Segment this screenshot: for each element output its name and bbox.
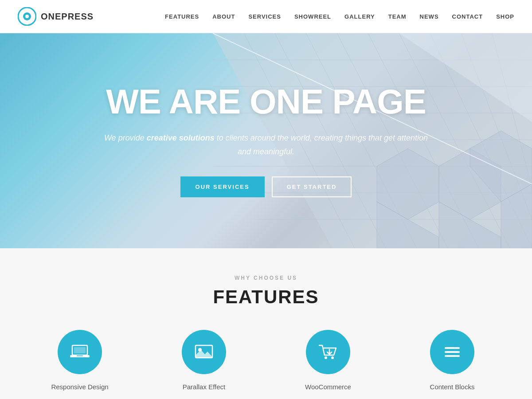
nav-link-features[interactable]: FEATURES bbox=[165, 13, 199, 20]
svg-point-35 bbox=[325, 356, 327, 359]
features-grid: Responsive Design Parallax Effect bbox=[18, 330, 514, 391]
get-started-button[interactable]: GET STARTED bbox=[272, 176, 352, 197]
features-title: FEATURES bbox=[18, 286, 514, 308]
svg-marker-34 bbox=[196, 350, 212, 358]
nav-link-shop[interactable]: SHOP bbox=[496, 13, 514, 20]
nav-link-about[interactable]: ABOUT bbox=[212, 13, 235, 20]
hero-title: WE ARE ONE PAGE bbox=[98, 84, 434, 119]
nav-item-gallery[interactable]: GALLERY bbox=[344, 12, 375, 20]
nav-item-team[interactable]: TEAM bbox=[388, 12, 407, 20]
cart-icon bbox=[317, 341, 339, 363]
nav-item-about[interactable]: ABOUT bbox=[212, 12, 235, 20]
image-icon bbox=[193, 341, 215, 363]
hero-subtitle: We provide creative solutions to clients… bbox=[98, 131, 434, 158]
feature-icon-parallax bbox=[182, 330, 226, 374]
hero-subtitle-end: to clients around the world, creating th… bbox=[215, 133, 428, 156]
nav-link-services[interactable]: SERVICES bbox=[248, 13, 281, 20]
feature-label-parallax: Parallax Effect bbox=[183, 383, 225, 391]
nav-item-shop[interactable]: SHOP bbox=[496, 12, 514, 20]
nav-link-contact[interactable]: CONTACT bbox=[452, 13, 483, 20]
nav-item-showreel[interactable]: SHOWREEL bbox=[294, 12, 331, 20]
logo-icon bbox=[18, 7, 36, 26]
hero-section: WE ARE ONE PAGE We provide creative solu… bbox=[0, 33, 532, 248]
nav-item-services[interactable]: SERVICES bbox=[248, 12, 281, 20]
feature-item-responsive: Responsive Design bbox=[18, 330, 142, 391]
hero-content: WE ARE ONE PAGE We provide creative solu… bbox=[89, 84, 443, 197]
feature-icon-woocommerce bbox=[306, 330, 350, 374]
nav-link-showreel[interactable]: SHOWREEL bbox=[294, 13, 331, 20]
menu-icon bbox=[441, 341, 463, 363]
nav-item-news[interactable]: NEWS bbox=[420, 12, 439, 20]
feature-icon-responsive bbox=[58, 330, 102, 374]
brand-name: ONEPRESS bbox=[41, 12, 94, 22]
feature-item-woocommerce: WooCommerce bbox=[266, 330, 390, 391]
features-section: WHY CHOOSE US FEATURES Responsive Design bbox=[0, 248, 532, 399]
svg-point-36 bbox=[331, 356, 334, 359]
svg-point-2 bbox=[25, 15, 29, 18]
our-services-button[interactable]: OUR SERVICES bbox=[180, 176, 265, 197]
nav-link-team[interactable]: TEAM bbox=[388, 13, 407, 20]
svg-rect-31 bbox=[77, 355, 83, 356]
feature-label-woocommerce: WooCommerce bbox=[305, 383, 351, 391]
nav-item-features[interactable]: FEATURES bbox=[165, 12, 199, 20]
feature-icon-content-blocks bbox=[430, 330, 474, 374]
navbar: ONEPRESS FEATURES ABOUT SERVICES SHOWREE… bbox=[0, 0, 532, 33]
logo[interactable]: ONEPRESS bbox=[18, 7, 94, 26]
svg-rect-29 bbox=[74, 347, 86, 353]
nav-link-news[interactable]: NEWS bbox=[420, 13, 439, 20]
features-subtitle: WHY CHOOSE US bbox=[18, 275, 514, 281]
hero-subtitle-plain: We provide bbox=[104, 133, 147, 142]
hero-buttons: OUR SERVICES GET STARTED bbox=[98, 176, 434, 197]
nav-links: FEATURES ABOUT SERVICES SHOWREEL GALLERY… bbox=[165, 12, 514, 20]
feature-item-parallax: Parallax Effect bbox=[142, 330, 266, 391]
feature-item-content-blocks: Content Blocks bbox=[390, 330, 514, 391]
feature-label-content-blocks: Content Blocks bbox=[430, 383, 475, 391]
laptop-icon bbox=[69, 341, 91, 363]
nav-item-contact[interactable]: CONTACT bbox=[452, 12, 483, 20]
feature-label-responsive: Responsive Design bbox=[51, 383, 108, 391]
hero-subtitle-bold: creative solutions bbox=[147, 133, 215, 142]
nav-link-gallery[interactable]: GALLERY bbox=[344, 13, 375, 20]
